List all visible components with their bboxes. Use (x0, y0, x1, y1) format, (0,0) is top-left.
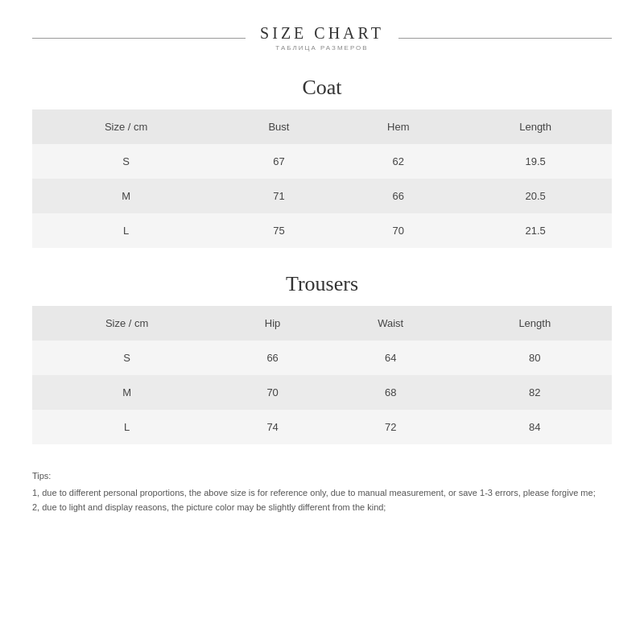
page-header: SIZE CHART ТАБЛИЦА РАЗМЕРОВ (32, 24, 612, 52)
table-cell: S (32, 341, 221, 375)
table-cell: 75 (220, 213, 337, 248)
table-cell: 74 (221, 410, 324, 444)
table-cell: L (32, 410, 221, 444)
trousers-col-size: Size / cm (32, 306, 221, 341)
table-cell: L (32, 213, 220, 248)
tips-item: 2, due to light and display reasons, the… (32, 500, 612, 515)
tips-title: Tips: (32, 469, 612, 484)
header-line-left (32, 38, 246, 39)
table-cell: 66 (337, 179, 459, 213)
tips-section: Tips: 1, due to different personal propo… (32, 469, 612, 515)
table-cell: S (32, 144, 220, 179)
table-cell: 66 (221, 341, 324, 375)
page-title: SIZE CHART (260, 24, 384, 43)
table-cell: 64 (324, 341, 458, 375)
table-cell: 21.5 (459, 213, 612, 248)
coat-col-bust: Bust (220, 109, 337, 144)
table-cell: 68 (324, 375, 458, 410)
header-text-block: SIZE CHART ТАБЛИЦА РАЗМЕРОВ (246, 24, 398, 52)
table-cell: M (32, 179, 220, 213)
coat-col-length: Length (459, 109, 612, 144)
coat-table: Size / cm Bust Hem Length S676219.5M7166… (32, 109, 612, 248)
tips-item: 1, due to different personal proportions… (32, 485, 612, 501)
table-cell: 67 (220, 144, 337, 179)
table-cell: 70 (337, 213, 459, 248)
table-cell: 80 (458, 341, 612, 375)
table-cell: 70 (221, 375, 324, 410)
coat-col-hem: Hem (337, 109, 459, 144)
table-cell: 71 (220, 179, 337, 213)
table-cell: 20.5 (459, 179, 612, 213)
trousers-section-title: Trousers (32, 272, 612, 296)
trousers-table: Size / cm Hip Waist Length S666480M70688… (32, 306, 612, 444)
table-row: L757021.5 (32, 213, 612, 248)
table-cell: M (32, 375, 221, 410)
table-row: S666480 (32, 341, 612, 375)
coat-col-size: Size / cm (32, 109, 220, 144)
page-subtitle: ТАБЛИЦА РАЗМЕРОВ (275, 44, 368, 52)
header-line-right (398, 38, 612, 39)
trousers-col-hip: Hip (221, 306, 324, 341)
table-row: S676219.5 (32, 144, 612, 179)
coat-section-title: Coat (32, 76, 612, 100)
table-row: L747284 (32, 410, 612, 444)
table-cell: 62 (337, 144, 459, 179)
table-row: M716620.5 (32, 179, 612, 213)
table-cell: 82 (458, 375, 612, 410)
table-cell: 19.5 (459, 144, 612, 179)
table-row: M706882 (32, 375, 612, 410)
trousers-col-waist: Waist (324, 306, 458, 341)
coat-table-header-row: Size / cm Bust Hem Length (32, 109, 612, 144)
trousers-table-header-row: Size / cm Hip Waist Length (32, 306, 612, 341)
table-cell: 84 (458, 410, 612, 444)
table-cell: 72 (324, 410, 458, 444)
trousers-col-length: Length (458, 306, 612, 341)
